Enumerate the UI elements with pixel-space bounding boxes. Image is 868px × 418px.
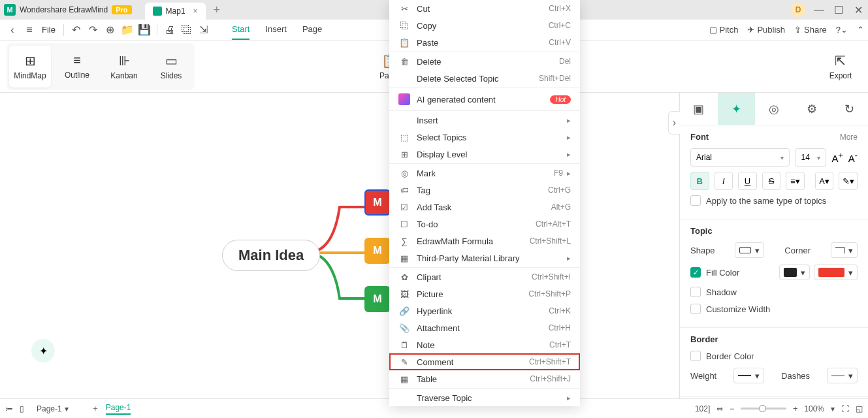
- menu-tab-page[interactable]: Page: [302, 20, 322, 40]
- topic-2[interactable]: M: [364, 238, 391, 264]
- maximize-button[interactable]: ☐: [833, 4, 844, 16]
- view-kanban[interactable]: ⊪Kanban: [103, 46, 145, 88]
- file-menu[interactable]: File: [42, 25, 56, 35]
- new-file-icon[interactable]: ⊕: [103, 23, 118, 37]
- menu-item-delete-selected-topic[interactable]: Delete Selected TopicShift+Del: [389, 70, 580, 87]
- underline-button[interactable]: U: [738, 172, 757, 190]
- fill-color-checkbox[interactable]: ✓: [690, 267, 701, 278]
- new-tab-button[interactable]: +: [214, 3, 221, 20]
- panel-tab-layout[interactable]: ▣: [680, 93, 718, 125]
- shape-select[interactable]: ▾: [735, 242, 764, 258]
- pitch-button[interactable]: ▢Pitch: [709, 25, 739, 35]
- fill-pattern-select[interactable]: ▾: [779, 265, 810, 280]
- menu-item-third-party-material-library[interactable]: ▦Third-Party Material Library▸: [389, 249, 580, 266]
- view-mindmap[interactable]: ⊞MindMap: [9, 46, 51, 88]
- italic-button[interactable]: I: [715, 172, 733, 190]
- panel-tab-settings[interactable]: ⚙: [793, 93, 831, 125]
- menu-item-comment[interactable]: ✎CommentCtrl+Shift+T: [389, 353, 580, 370]
- menu-item-clipart[interactable]: ✿ClipartCtrl+Shift+I: [389, 268, 580, 285]
- menu-item-paste[interactable]: 📋PasteCtrl+V: [389, 34, 580, 51]
- align-button[interactable]: ≡▾: [786, 172, 805, 190]
- menu-item-hyperlink[interactable]: 🔗HyperlinkCtrl+K: [389, 302, 580, 319]
- menu-item-select-topics[interactable]: ⬚Select Topics▸: [389, 129, 580, 146]
- font-color-button[interactable]: A▾: [815, 172, 834, 190]
- menu-item-tag[interactable]: 🏷TagCtrl+G: [389, 182, 580, 199]
- menu-item-picture[interactable]: 🖼PictureCtrl+Shift+P: [389, 285, 580, 302]
- save-icon[interactable]: 💾: [137, 23, 152, 37]
- export-button[interactable]: ⇱Export: [820, 46, 861, 88]
- redo-icon[interactable]: ↷: [86, 23, 101, 37]
- minimize-button[interactable]: —: [813, 4, 825, 16]
- menu-item-note[interactable]: 🗒NoteCtrl+T: [389, 336, 580, 353]
- outline-view-icon[interactable]: ≔: [5, 404, 13, 413]
- fit-page-icon[interactable]: ◱: [856, 404, 863, 413]
- zoom-slider[interactable]: [741, 408, 786, 410]
- decrease-font-button[interactable]: A-: [848, 151, 858, 164]
- help-button[interactable]: ?⌄: [836, 25, 848, 35]
- close-tab-icon[interactable]: ×: [193, 7, 198, 16]
- split-view-icon[interactable]: ▯: [20, 404, 24, 413]
- menu-item-copy[interactable]: ⿻CopyCtrl+C: [389, 17, 580, 34]
- weight-select[interactable]: ▾: [733, 368, 764, 383]
- close-window-button[interactable]: ✕: [852, 4, 864, 16]
- menu-item-table[interactable]: ▦TableCtrl+Shift+J: [389, 370, 580, 387]
- border-color-checkbox[interactable]: [690, 351, 701, 361]
- bold-button[interactable]: B: [690, 172, 709, 190]
- highlight-button[interactable]: ✎▾: [839, 172, 858, 190]
- undo-icon[interactable]: ↶: [69, 23, 84, 37]
- fill-color-select[interactable]: ▾: [814, 265, 858, 280]
- share-button[interactable]: ⇪Share: [794, 25, 827, 35]
- customize-width-checkbox[interactable]: [690, 304, 701, 314]
- menu-tab-start[interactable]: Start: [232, 20, 249, 40]
- menu-item-cut[interactable]: ✂CutCtrl+X: [389, 0, 580, 17]
- strikethrough-button[interactable]: S: [762, 172, 781, 190]
- menu-item-attachment[interactable]: 📎AttachmentCtrl+H: [389, 319, 580, 336]
- corner-select[interactable]: ▾: [831, 242, 858, 258]
- topic-3[interactable]: M: [364, 286, 391, 312]
- menu-item-insert[interactable]: Insert▸: [389, 112, 580, 129]
- increase-font-button[interactable]: A+: [831, 151, 843, 164]
- page-select[interactable]: Page-1 ▾: [31, 402, 85, 415]
- export-dropdown-icon[interactable]: ⇲: [197, 23, 211, 37]
- fullscreen-icon[interactable]: ⛶: [841, 404, 849, 413]
- back-icon[interactable]: ‹: [5, 23, 20, 37]
- zoom-add-button[interactable]: +: [793, 404, 797, 413]
- panel-tab-history[interactable]: ↻: [830, 93, 868, 125]
- collapse-panel-button[interactable]: ›: [668, 111, 680, 135]
- menu-icon[interactable]: ≡: [22, 23, 37, 37]
- panel-tab-style[interactable]: ✦: [718, 93, 756, 125]
- main-idea-node[interactable]: Main Idea: [222, 240, 320, 271]
- view-outline[interactable]: ≡Outline: [56, 46, 98, 88]
- menu-item-edrawmath-formula[interactable]: ∑EdrawMath FormulaCtrl+Shift+L: [389, 233, 580, 249]
- menu-tab-insert[interactable]: Insert: [265, 20, 287, 40]
- font-family-select[interactable]: Arial▾: [690, 148, 790, 167]
- panel-tab-mark[interactable]: ◎: [755, 93, 793, 125]
- dashes-select[interactable]: ▾: [827, 368, 858, 383]
- view-slides[interactable]: ▭Slides: [150, 46, 192, 88]
- fit-width-icon[interactable]: ⇔: [716, 404, 723, 413]
- shadow-checkbox[interactable]: [690, 287, 701, 297]
- menu-item-add-task[interactable]: ☑Add TaskAlt+G: [389, 199, 580, 216]
- apply-same-checkbox[interactable]: [690, 195, 701, 206]
- menu-item-delete[interactable]: 🗑DeleteDel: [389, 53, 580, 70]
- publish-button[interactable]: ✈Publish: [747, 25, 785, 35]
- open-folder-icon[interactable]: 📁: [120, 23, 135, 37]
- menu-item-display-level[interactable]: ⊞Display Level▸: [389, 146, 580, 163]
- ai-float-button[interactable]: ✦: [31, 339, 55, 362]
- zoom-thumb[interactable]: [759, 405, 766, 412]
- menu-ai-content[interactable]: AI generated contentHot: [389, 89, 580, 110]
- page-tab[interactable]: Page-1: [106, 403, 131, 415]
- collapse-ribbon-icon[interactable]: ⌃: [857, 25, 864, 35]
- menu-item-mark[interactable]: ◎MarkF9▸: [389, 165, 580, 182]
- user-avatar[interactable]: D: [791, 3, 805, 17]
- font-size-select[interactable]: 14▾: [795, 148, 826, 167]
- doc-tab[interactable]: Map1 ×: [145, 3, 206, 20]
- menu-item-traverse-topic[interactable]: Traverse Topic▸: [389, 389, 580, 406]
- font-more-link[interactable]: More: [840, 133, 858, 142]
- topic-1[interactable]: M: [364, 189, 391, 216]
- add-page-button[interactable]: ＋: [91, 403, 99, 414]
- zoom-out-button[interactable]: −: [730, 404, 734, 413]
- copy-icon[interactable]: ⿻: [180, 23, 194, 37]
- menu-item-to-do[interactable]: ☐To-doCtrl+Alt+T: [389, 216, 580, 233]
- print-icon[interactable]: 🖨: [163, 23, 177, 37]
